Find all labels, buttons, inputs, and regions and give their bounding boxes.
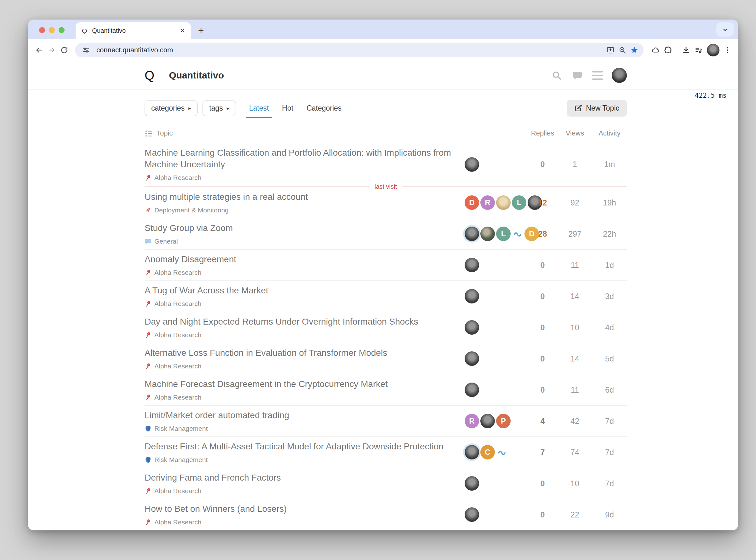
- tab-latest[interactable]: Latest: [244, 101, 274, 116]
- poster-avatar-photo[interactable]: [465, 476, 479, 491]
- close-window-button[interactable]: [39, 27, 45, 33]
- hamburger-menu-icon[interactable]: [592, 71, 603, 80]
- browser-menu-kebab-icon[interactable]: [721, 44, 734, 56]
- category-badge[interactable]: Alpha Research: [145, 394, 465, 401]
- topic-title-link[interactable]: Study Group via Zoom: [145, 222, 465, 234]
- poster-avatar-photo[interactable]: [496, 195, 511, 210]
- topic-title-link[interactable]: Anomaly Disagreement: [145, 254, 465, 265]
- site-settings-icon[interactable]: [80, 44, 92, 56]
- column-views[interactable]: Views: [557, 129, 592, 137]
- category-badge[interactable]: Alpha Research: [145, 362, 465, 370]
- category-name: Alpha Research: [154, 174, 201, 181]
- poster-avatar-photo[interactable]: [465, 157, 479, 172]
- topic-title-link[interactable]: How to Bet on Winners (and Losers): [145, 503, 465, 515]
- category-badge[interactable]: Alpha Research: [145, 487, 465, 495]
- tab-search-chevron-button[interactable]: [716, 22, 734, 37]
- fullscreen-window-button[interactable]: [59, 27, 65, 33]
- poster-avatar-letter[interactable]: C: [481, 445, 495, 459]
- column-replies[interactable]: Replies: [528, 129, 557, 137]
- tab-categories[interactable]: Categories: [302, 101, 347, 116]
- poster-avatar-wave[interactable]: [496, 446, 508, 458]
- tags-dropdown[interactable]: tags ▸: [203, 101, 236, 116]
- tab-title: Quantitativo: [92, 27, 126, 34]
- category-badge[interactable]: Alpha Research: [145, 331, 465, 339]
- site-logo[interactable]: Q: [145, 68, 154, 83]
- topic-title-link[interactable]: Day and Night Expected Returns Under Ove…: [145, 316, 465, 328]
- topic-title-link[interactable]: Defense First: A Multi-Asset Tactical Mo…: [145, 441, 465, 453]
- new-tab-button[interactable]: +: [194, 24, 208, 38]
- poster-avatar-letter[interactable]: D: [465, 195, 479, 210]
- poster-avatar-photo[interactable]: [465, 258, 479, 272]
- shield-category-icon: [145, 456, 151, 463]
- poster-avatar-photo[interactable]: [465, 445, 479, 459]
- url-text[interactable]: connect.quantitativo.com: [96, 46, 173, 54]
- poster-avatar-letter[interactable]: R: [465, 414, 479, 428]
- topic-row: Defense First: A Multi-Asset Tactical Mo…: [145, 437, 627, 468]
- category-badge[interactable]: Deployment & Monitoring: [145, 206, 465, 214]
- address-bar[interactable]: connect.quantitativo.com: [75, 43, 643, 57]
- topic-title-link[interactable]: Deriving Fama and French Factors: [145, 472, 465, 484]
- activity-age: 7d: [592, 479, 627, 488]
- poster-avatar-photo[interactable]: [465, 226, 479, 241]
- views-count: 10: [557, 323, 592, 332]
- user-avatar[interactable]: [612, 68, 627, 83]
- back-button[interactable]: [33, 44, 45, 56]
- activity-age: 5d: [592, 354, 627, 363]
- topic-row: How to Bet on Winners (and Losers) Alpha…: [145, 499, 627, 531]
- topic-title-link[interactable]: Machine Learning Classification and Port…: [145, 147, 465, 171]
- zoom-out-icon[interactable]: [616, 44, 629, 56]
- views-count: 22: [557, 510, 592, 519]
- poster-avatar-photo[interactable]: [465, 507, 479, 522]
- new-topic-button[interactable]: New Topic: [567, 100, 627, 117]
- site-title[interactable]: Quantitativo: [169, 70, 224, 81]
- minimize-window-button[interactable]: [49, 27, 55, 33]
- search-icon[interactable]: [551, 69, 563, 81]
- tab-favicon: Q: [82, 27, 87, 35]
- poster-avatar-photo[interactable]: [465, 289, 479, 303]
- poster-avatar-photo[interactable]: [481, 414, 495, 428]
- topic-title-link[interactable]: Machine Forecast Disagreement in the Cry…: [145, 379, 465, 390]
- topic-title-link[interactable]: Using multiple strategies in a real acco…: [145, 191, 465, 203]
- column-topic[interactable]: Topic: [157, 129, 172, 137]
- topic-title-link[interactable]: A Tug of War Across the Market: [145, 285, 465, 297]
- poster-avatar-photo[interactable]: [465, 352, 479, 366]
- category-badge[interactable]: Risk Management: [145, 425, 465, 432]
- category-badge[interactable]: Alpha Research: [145, 269, 465, 276]
- downloads-icon[interactable]: [680, 44, 692, 56]
- topic-row: Machine Forecast Disagreement in the Cry…: [145, 374, 627, 405]
- categories-dropdown[interactable]: categories ▸: [145, 101, 198, 116]
- poster-avatar-letter[interactable]: P: [496, 414, 511, 428]
- bookmark-star-icon[interactable]: [629, 44, 640, 56]
- category-badge[interactable]: Risk Management: [145, 456, 465, 464]
- pin-category-icon: [145, 394, 151, 401]
- category-badge[interactable]: General: [145, 238, 465, 245]
- cloud-icon[interactable]: [649, 44, 662, 56]
- poster-avatar-wave[interactable]: [512, 228, 523, 240]
- poster-avatar-photo[interactable]: [465, 383, 479, 397]
- poster-avatar-photo[interactable]: [465, 320, 479, 335]
- extensions-icon[interactable]: [662, 44, 674, 56]
- column-activity[interactable]: Activity: [592, 129, 627, 137]
- media-controls-icon[interactable]: [692, 44, 705, 56]
- tab-close-icon[interactable]: ×: [181, 27, 185, 34]
- chat-icon[interactable]: [571, 69, 584, 81]
- list-filter-icon[interactable]: [145, 129, 153, 137]
- pin-category-icon: [145, 487, 151, 495]
- poster-avatar-letter[interactable]: R: [481, 195, 495, 210]
- category-badge[interactable]: Alpha Research: [145, 518, 465, 526]
- topic-title-link[interactable]: Alternative Loss Function in Evaluation …: [145, 347, 465, 359]
- category-badge[interactable]: Alpha Research: [145, 174, 465, 181]
- poster-avatar-photo[interactable]: [481, 226, 495, 241]
- refresh-button[interactable]: [58, 44, 70, 56]
- browser-profile-avatar[interactable]: [707, 44, 719, 56]
- browser-tab[interactable]: Q Quantitativo ×: [76, 22, 191, 39]
- rocket-category-icon: [145, 207, 151, 214]
- forward-button[interactable]: [45, 44, 58, 56]
- tab-hot[interactable]: Hot: [277, 101, 298, 116]
- poster-avatar-letter[interactable]: L: [512, 195, 526, 210]
- install-app-icon[interactable]: [605, 44, 616, 56]
- poster-avatar-letter[interactable]: L: [496, 226, 511, 241]
- topic-list-header: Topic Replies Views Activity: [145, 129, 627, 142]
- topic-title-link[interactable]: Limit/Market order automated trading: [145, 410, 465, 421]
- category-badge[interactable]: Alpha Research: [145, 300, 465, 307]
